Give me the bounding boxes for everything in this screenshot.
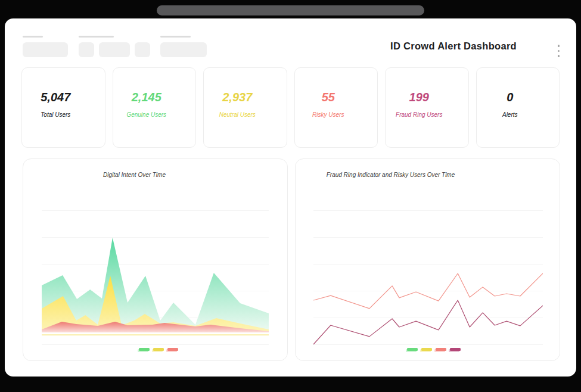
chart-title: Digital Intent Over Time <box>2 172 266 178</box>
legend-dash[interactable] <box>407 348 418 351</box>
stat-value: 5,047 <box>14 91 97 104</box>
stat-card-neutral-users: 2,937 Neutral Users <box>203 67 287 148</box>
stat-value: 2,145 <box>105 91 188 104</box>
skeleton-bar <box>79 36 114 38</box>
stat-value: 2,937 <box>196 91 279 104</box>
digital-intent-chart-card: Digital Intent Over Time <box>23 158 288 361</box>
stat-cards-row: 5,047 Total Users 2,145 Genuine Users 2,… <box>21 67 560 148</box>
legend-dash[interactable] <box>450 348 461 351</box>
fraud-risky-line-chart <box>313 210 543 345</box>
stat-card-total-users: 5,047 Total Users <box>21 67 105 148</box>
stat-label: Genuine Users <box>105 111 188 119</box>
legend-dash[interactable] <box>153 348 164 351</box>
stat-label: Alerts <box>469 111 552 119</box>
stat-card-fraud-ring-users: 199 Fraud Ring Users <box>385 67 469 148</box>
chart-legend <box>307 348 560 351</box>
digital-intent-area-chart <box>42 210 269 345</box>
chart-legend <box>29 348 287 351</box>
legend-dash[interactable] <box>139 348 150 351</box>
stat-label: Total Users <box>14 111 97 119</box>
stat-value: 0 <box>469 91 552 104</box>
kebab-menu-icon[interactable] <box>557 43 561 58</box>
titlebar-pill <box>157 5 424 15</box>
charts-row: Digital Intent Over Time Fraud Ring Indi… <box>23 158 560 361</box>
skeleton-bar <box>23 36 43 38</box>
fraud-risky-chart-card: Fraud Ring Indicator and Risky Users Ove… <box>295 158 560 361</box>
dashboard-page: ID Crowd Alert Dashboard 5,047 Total Use… <box>5 18 576 377</box>
stat-card-genuine-users: 2,145 Genuine Users <box>113 67 197 148</box>
legend-dash[interactable] <box>167 348 178 351</box>
legend-dash[interactable] <box>421 348 432 351</box>
skeleton-bar <box>160 36 191 38</box>
stat-value: 199 <box>378 91 461 104</box>
stat-label: Neutral Users <box>196 111 279 119</box>
skeleton-button[interactable] <box>79 42 94 57</box>
skeleton-button[interactable] <box>23 42 68 57</box>
stat-label: Risky Users <box>287 111 370 119</box>
stat-value: 55 <box>287 91 370 104</box>
skeleton-button[interactable] <box>135 42 150 57</box>
skeleton-button[interactable] <box>99 42 130 57</box>
page-title: ID Crowd Alert Dashboard <box>390 41 517 52</box>
stat-card-alerts: 0 Alerts <box>476 67 560 148</box>
chart-title: Fraud Ring Indicator and Risky Users Ove… <box>259 172 523 178</box>
stat-label: Fraud Ring Users <box>378 111 461 119</box>
skeleton-button[interactable] <box>160 42 207 57</box>
legend-dash[interactable] <box>436 348 446 351</box>
stat-card-risky-users: 55 Risky Users <box>294 67 378 148</box>
